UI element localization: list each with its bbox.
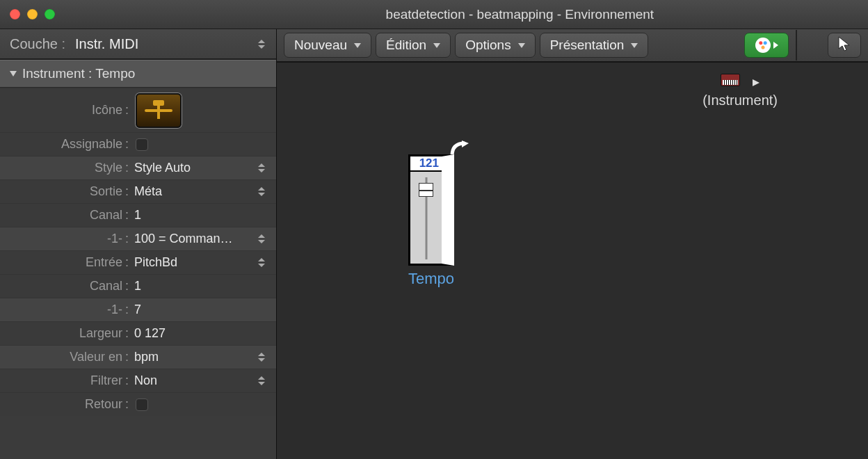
assignable-checkbox[interactable] [136,138,148,151]
row-style[interactable]: Style : Style Auto [0,156,276,179]
layer-label: Couche [10,36,58,52]
menu-nouveau[interactable]: Nouveau [284,33,371,58]
stepper-icon[interactable] [257,184,266,200]
chevron-down-icon [354,43,361,48]
menu-presentation[interactable]: Présentation [540,33,649,58]
stepper-icon[interactable] [257,161,266,176]
layer-selector[interactable]: Couche : Instr. MIDI [0,29,276,60]
fader-name[interactable]: Tempo [401,270,462,288]
window-controls [10,9,55,19]
minimize-icon[interactable] [27,9,38,19]
row-assignable: Assignable : [0,132,276,156]
row-retour: Retour : [0,392,276,416]
zoom-icon[interactable] [45,9,55,19]
output-port-icon[interactable] [753,79,760,86]
retour-checkbox[interactable] [136,398,148,411]
icon-well[interactable] [136,93,182,128]
row-icon: Icône : [0,88,276,132]
stepper-icon[interactable] [257,255,266,271]
stepper-icon[interactable] [257,373,266,389]
color-palette-button[interactable] [744,33,789,58]
row-neg1-b[interactable]: -1- : 7 [0,298,276,321]
row-canal-in[interactable]: Canal : 1 [0,274,276,298]
row-canal-out[interactable]: Canal : 1 [0,203,276,227]
row-filtrer[interactable]: Filtrer : Non [0,369,276,392]
window-title: beatdetection - beatmapping - Environnem… [386,7,654,22]
fader-knob[interactable] [419,183,433,197]
window-titlebar: beatdetection - beatmapping - Environnem… [0,0,868,29]
chevron-right-icon [773,42,778,49]
section-title: Instrument : Tempo [22,66,135,81]
layer-value: Instr. MIDI [75,36,138,52]
chevron-down-icon [631,43,638,48]
tempo-fader-object[interactable]: 121 Tempo [401,154,462,288]
instrument-label: (Instrument) [702,92,778,108]
instrument-icon [721,74,740,86]
row-sortie[interactable]: Sortie : Méta [0,179,276,203]
chevron-down-icon [518,43,525,48]
canvas-toolbar: Nouveau Édition Options Présentation [277,29,868,63]
inspector-panel: Couche : Instr. MIDI Instrument : Tempo … [0,29,277,459]
row-largeur[interactable]: Largeur : 0 127 [0,321,276,345]
disclosure-triangle-icon[interactable] [10,71,17,76]
chevron-down-icon [433,43,440,48]
stepper-icon[interactable] [257,36,266,51]
fader-frame[interactable]: 121 [408,154,454,266]
fader-value[interactable]: 121 [410,156,442,172]
toolbar-divider [796,30,797,61]
row-neg1-a[interactable]: -1- : 100 = Comman… [0,227,276,250]
stepper-icon[interactable] [257,350,266,365]
instrument-object[interactable]: (Instrument) [702,74,778,108]
pointer-tool-button[interactable] [828,33,861,58]
menu-options[interactable]: Options [455,33,535,58]
close-icon[interactable] [10,9,20,19]
fader-icon [145,100,172,121]
pointer-icon [837,36,851,55]
row-entree[interactable]: Entrée : PitchBd [0,250,276,274]
row-valeur-en[interactable]: Valeur en : bpm [0,345,276,369]
environment-canvas[interactable]: Nouveau Édition Options Présentation [277,29,868,459]
inspector-section-header[interactable]: Instrument : Tempo [0,60,276,88]
label-icon: Icône [0,103,125,118]
stepper-icon[interactable] [257,232,266,247]
palette-icon [755,38,771,53]
menu-edition[interactable]: Édition [376,33,451,58]
